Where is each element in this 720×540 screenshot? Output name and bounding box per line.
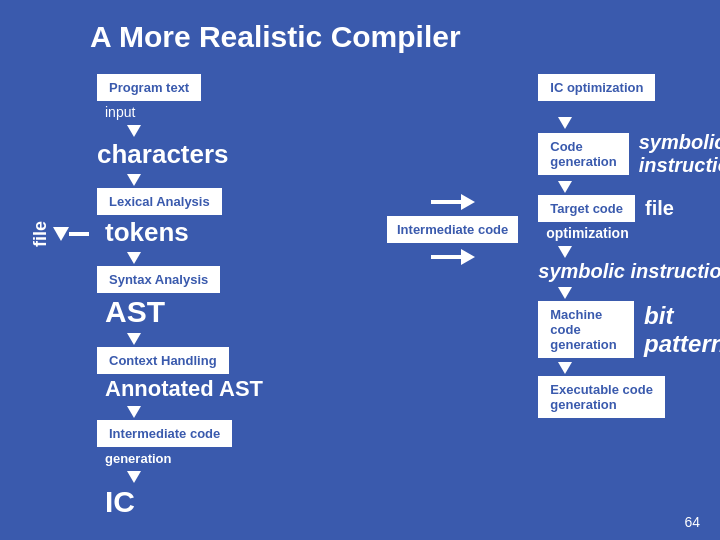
right-column: IC optimization IC Code generation symbo… (538, 74, 720, 420)
slide: A More Realistic Compiler file Pr (0, 0, 720, 540)
ic-label-left: IC (97, 485, 135, 518)
characters-label: characters (97, 139, 229, 169)
tokens-label: tokens (97, 217, 189, 247)
generation-label: generation (105, 451, 171, 466)
symbolic-instr-1: symbolic instructions (639, 131, 720, 177)
exec-gen-box: Executable code generation (538, 376, 665, 418)
code-gen-box: Code generation (538, 133, 628, 175)
right-arrow-2 (461, 249, 475, 265)
lexical-box: Lexical Analysis (97, 188, 222, 215)
slide-title: A More Realistic Compiler (30, 20, 690, 54)
target-code-box: Target code (538, 195, 635, 222)
left-column: Program text input characters Lexical An… (97, 74, 377, 519)
right-arrow (461, 194, 475, 210)
intermediate-code-box: Intermediate code (387, 216, 518, 243)
main-content: file Program text input (30, 74, 690, 519)
bit-patterns-label: bit patterns (644, 302, 720, 358)
file-label-right: file (645, 197, 674, 220)
symbolic-instr-2: symbolic instructions (538, 260, 720, 282)
ast-label: AST (97, 295, 165, 328)
machine-gen-box: Machine code generation (538, 301, 634, 358)
syntax-box: Syntax Analysis (97, 266, 220, 293)
optimization-label: optimization (546, 225, 628, 241)
ic-opt-box: IC optimization (538, 74, 655, 101)
context-box: Context Handling (97, 347, 229, 374)
page-number: 64 (684, 514, 700, 530)
annotated-ast-label: Annotated AST (97, 376, 263, 401)
file-label-left: file (30, 221, 51, 247)
input-label: input (105, 104, 135, 120)
ic-gen-box: Intermediate code (97, 420, 232, 447)
program-text-box: Program text (97, 74, 201, 101)
